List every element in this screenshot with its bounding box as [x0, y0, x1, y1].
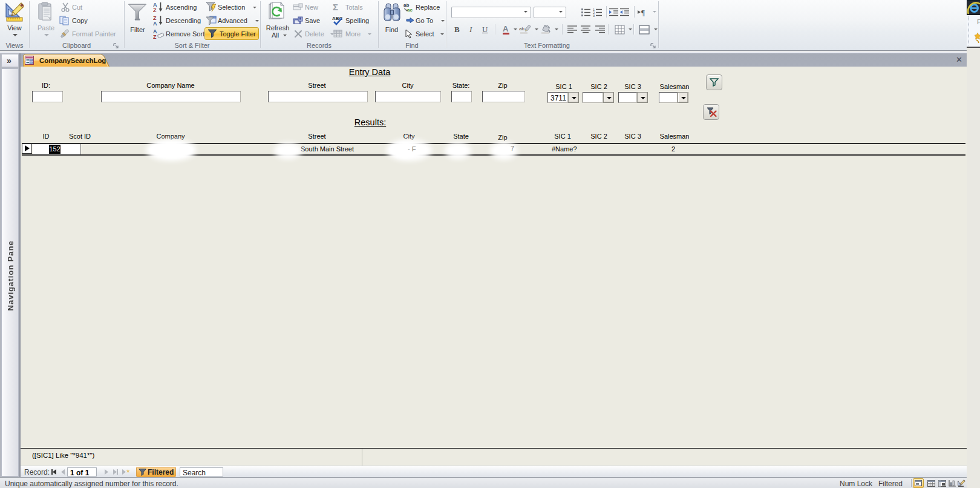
svg-text:A: A [153, 21, 157, 26]
svg-text:Z: Z [153, 7, 157, 13]
svg-text:Z: Z [153, 34, 157, 39]
svg-text:ac: ac [407, 7, 413, 12]
svg-text:ab: ab [519, 26, 524, 31]
svg-text:3: 3 [593, 14, 595, 17]
svg-text:¶: ¶ [641, 8, 645, 17]
